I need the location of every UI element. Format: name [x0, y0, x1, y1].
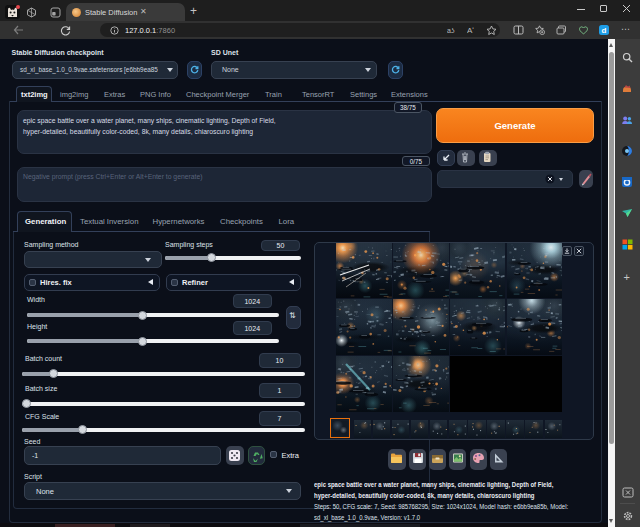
svg-text:Aʹ: Aʹ: [467, 26, 474, 34]
svg-text:aʖ: aʖ: [447, 27, 455, 34]
